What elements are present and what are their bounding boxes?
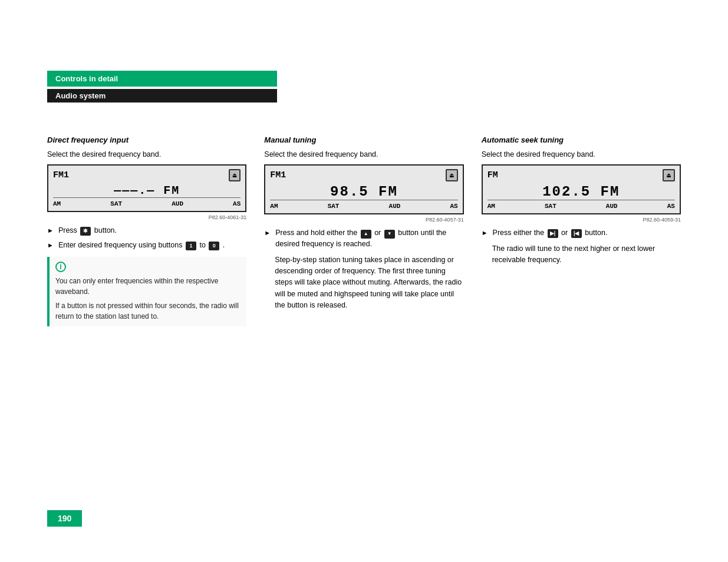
- col1-button-1: 1: [186, 242, 196, 250]
- col2-select-text: Select the desired frequency band.: [264, 150, 463, 158]
- col3-cassette-icon: ⏏: [663, 169, 675, 181]
- col1-bullet2-content: Enter desired frequency using buttons 1 …: [58, 240, 246, 251]
- col3-bullet1-text: Press either the: [493, 229, 545, 237]
- col1-bullet1-content: Press ✱ button.: [58, 225, 246, 236]
- col1-freq-display: ———.— FM: [53, 184, 241, 197]
- col2-part-code: P82.60-4057-31: [264, 217, 463, 223]
- audio-system-bar: Audio system: [47, 89, 277, 103]
- col2-am: AM: [270, 203, 278, 210]
- controls-in-detail-label: Controls in detail: [55, 74, 118, 83]
- col1-star-button: ✱: [80, 227, 91, 236]
- col3-as: AS: [667, 203, 675, 210]
- col3-band-label: FM: [487, 170, 498, 180]
- col2-bullet1: ► Press and hold either the ▲ or ▼ butto…: [264, 227, 463, 250]
- col3-bottom-row: AM SAT AUD AS: [487, 200, 675, 210]
- col1-band-label: FM1: [53, 170, 69, 180]
- col1-bullet2-start: Enter desired frequency using buttons: [58, 241, 183, 249]
- audio-system-label: Audio system: [55, 91, 106, 100]
- col3-skip-fwd-button: ▶|: [548, 229, 558, 238]
- col1-bullet1: ► Press ✱ button.: [47, 225, 246, 236]
- col1-display-top-row: FM1 ⏏: [53, 169, 241, 181]
- col1-bullet1-arrow: ►: [47, 226, 54, 236]
- col2-bullet1-arrow: ►: [264, 228, 271, 238]
- columns-container: Direct frequency input Select the desire…: [47, 135, 681, 326]
- page-number-box: 190: [47, 510, 82, 527]
- col2-display-top-row: FM1 ⏏: [270, 169, 457, 181]
- col1-radio-display: FM1 ⏏ ———.— FM AM SAT AUD AS: [47, 164, 246, 212]
- col2-sat: SAT: [328, 203, 340, 210]
- col3-display-top-row: FM ⏏: [487, 169, 675, 181]
- col2-band-label: FM1: [270, 170, 286, 180]
- col1-bullet1-press: Press: [58, 226, 77, 234]
- col2-or-text: or: [374, 229, 381, 237]
- col1-title: Direct frequency input: [47, 135, 246, 144]
- col2-as: AS: [450, 203, 457, 210]
- col1-bottom-row: AM SAT AUD AS: [53, 197, 241, 207]
- col2-bullet1-content: Press and hold either the ▲ or ▼ button …: [275, 227, 463, 250]
- col2-freq-display: 98.5 FM: [270, 184, 457, 200]
- col2-manual-tuning: Manual tuning Select the desired frequen…: [264, 135, 463, 326]
- page-container: Controls in detail Audio system Direct f…: [0, 0, 728, 562]
- col3-title: Automatic seek tuning: [482, 135, 681, 144]
- col3-freq-display: 102.5 FM: [487, 184, 675, 200]
- col1-bullet1-end: button.: [94, 226, 117, 234]
- col1-sat: SAT: [110, 200, 122, 207]
- col1-button-0: 0: [209, 242, 219, 250]
- col1-info-box: i You can only enter frequencies within …: [47, 257, 246, 326]
- col3-bullet1: ► Press either the ▶| or |◀ button.: [482, 227, 681, 239]
- col2-bottom-row: AM SAT AUD AS: [270, 200, 457, 210]
- col3-auto-seek: Automatic seek tuning Select the desired…: [482, 135, 681, 326]
- col1-am: AM: [53, 200, 61, 207]
- col3-bullet1-end: button.: [585, 229, 607, 237]
- col1-select-text: Select the desired frequency band.: [47, 150, 246, 158]
- col2-title: Manual tuning: [264, 135, 463, 144]
- col2-aud: AUD: [389, 203, 401, 210]
- col3-bullet1-arrow: ►: [482, 228, 488, 238]
- col2-down-button: ▼: [384, 230, 395, 239]
- col2-radio-display: FM1 ⏏ 98.5 FM AM SAT AUD AS: [264, 164, 463, 214]
- col1-part-code: P82.60-4061-31: [47, 214, 246, 220]
- controls-in-detail-bar: Controls in detail: [47, 71, 277, 87]
- page-number: 190: [58, 514, 71, 523]
- col1-aud: AUD: [172, 200, 183, 207]
- col3-aud: AUD: [606, 203, 618, 210]
- col3-skip-bwd-button: |◀: [571, 229, 582, 238]
- col1-info-text2: If a button is not pressed within four s…: [55, 300, 241, 322]
- col1-bullet2: ► Enter desired frequency using buttons …: [47, 240, 246, 251]
- col1-info-text: You can only enter frequencies within th…: [55, 276, 241, 322]
- col2-up-button: ▲: [361, 230, 371, 239]
- col3-am: AM: [487, 203, 495, 210]
- col1-direct-frequency: Direct frequency input Select the desire…: [47, 135, 246, 326]
- col3-part-code: P82.60-4059-31: [482, 217, 681, 223]
- col1-as: AS: [233, 200, 241, 207]
- col2-cassette-icon: ⏏: [446, 169, 458, 181]
- col3-select-text: Select the desired frequency band.: [482, 150, 681, 158]
- col3-or-text: or: [561, 229, 568, 237]
- col3-bullet1-content: Press either the ▶| or |◀ button.: [493, 227, 681, 239]
- col3-sat: SAT: [545, 203, 556, 210]
- col2-step-para: Step-by-step station tuning takes place …: [275, 254, 463, 312]
- col1-info-text1: You can only enter frequencies within th…: [55, 276, 241, 297]
- col2-bullet1-text: Press and hold either the: [275, 229, 357, 237]
- col1-bullet2-arrow: ►: [47, 240, 54, 250]
- header-section: Controls in detail Audio system: [47, 71, 277, 103]
- col3-radio-display: FM ⏏ 102.5 FM AM SAT AUD AS: [482, 164, 681, 214]
- col1-info-icon: i: [55, 262, 66, 272]
- col3-info-para: The radio will tune to the next higher o…: [492, 243, 681, 266]
- col1-bullet2-mid: to: [199, 241, 205, 249]
- col1-cassette-icon: ⏏: [229, 169, 241, 181]
